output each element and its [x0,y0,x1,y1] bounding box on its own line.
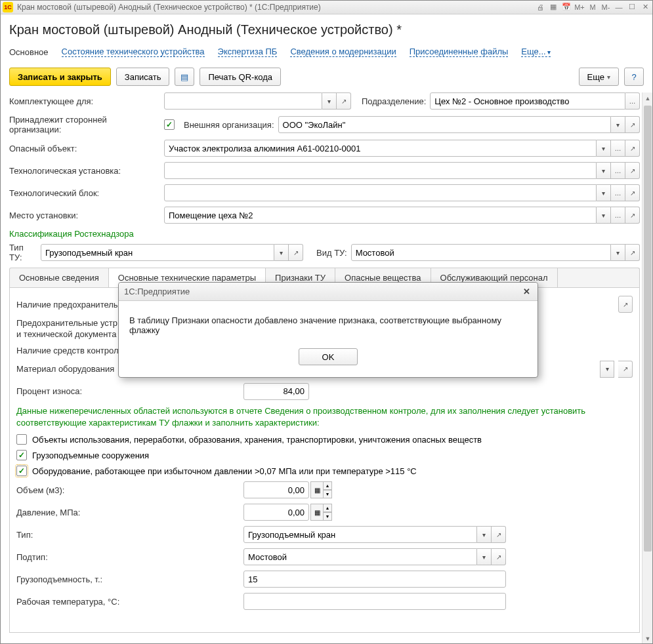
help-button[interactable]: ? [624,68,644,86]
dropdown-icon[interactable]: ▾ [597,140,611,157]
open-icon[interactable]: ↗ [625,184,640,201]
tech-block-label: Технологический блок: [9,188,160,198]
ext-org-label: Внешняя организация: [184,120,274,130]
open-icon[interactable]: ↗ [625,207,640,224]
capacity-input[interactable]: 15 [243,571,506,588]
tab-modern[interactable]: Сведения о модернизации [290,47,396,57]
dropdown-icon[interactable]: ▾ [597,162,611,179]
calc-icon[interactable]: ▦ [310,481,324,498]
place-input[interactable]: Помещение цеха №2 [164,207,597,224]
vol-input[interactable]: 0,00 [243,481,309,498]
tab-attached[interactable]: Присоединенные файлы [410,47,509,57]
class-header: Классификация Ростехнадзора [9,229,640,239]
dropdown-icon[interactable]: ▾ [611,244,625,261]
open-icon[interactable]: ↗ [337,92,351,110]
ellipsis-icon[interactable]: … [611,140,625,157]
vid-tu-input[interactable]: Мостовой [351,244,611,261]
chk-pressure-label: Оборудование, работающее при избыточном … [32,466,417,476]
tip-tu-input[interactable]: Грузоподъемный кран [41,244,274,261]
maximize-icon[interactable]: ☐ [627,2,637,12]
open-icon[interactable]: ↗ [492,548,506,565]
dialog-title: 1С:Предприятие [124,287,520,296]
ellipsis-icon[interactable]: … [611,184,625,201]
open-icon[interactable]: ↗ [625,162,640,179]
division-input[interactable]: Цех №2 - Основное производство [430,92,625,110]
belongs-ext-checkbox[interactable] [164,119,175,130]
dialog-ok-button[interactable]: OK [299,348,358,365]
spin-down-icon[interactable]: ▼ [323,490,332,498]
scroll-up-icon[interactable]: ▲ [642,92,653,104]
chk-pressure[interactable] [16,466,27,476]
open-icon[interactable]: ↗ [625,140,640,157]
subtype-label: Подтип: [16,552,240,562]
dropdown-icon[interactable]: ▾ [322,92,337,110]
capacity-label: Грузоподъемность, т.: [16,574,240,584]
open-icon[interactable]: ↗ [625,244,640,261]
calendar-icon[interactable]: 📅 [561,2,572,12]
list-icon-button[interactable]: ▤ [175,68,194,86]
page-title: Кран мостовой (штыревой) Анодный (Технич… [9,22,644,37]
ellipsis-icon[interactable]: … [611,207,625,224]
scroll-thumb[interactable] [644,106,652,552]
tech-block-input[interactable] [164,184,597,201]
spin-up-icon[interactable]: ▲ [323,481,332,490]
type-input[interactable]: Грузоподъемный кран [243,526,477,543]
tab-more[interactable]: Еще... [521,47,551,57]
danger-obj-label: Опасный объект: [9,144,160,153]
pressure-input[interactable]: 0,00 [243,504,309,521]
tab-expertise[interactable]: Экспертиза ПБ [218,47,278,57]
subtype-input[interactable]: Мостовой [243,548,477,565]
mplus-icon[interactable]: M+ [574,2,585,12]
print-qr-button[interactable]: Печать QR-кода [200,68,281,86]
dropdown-icon[interactable]: ▾ [597,184,611,201]
dropdown-icon[interactable]: ▾ [597,207,611,224]
m-icon[interactable]: M [587,2,598,12]
ellipsis-icon[interactable]: … [625,92,640,110]
print-icon[interactable]: 🖨 [535,2,545,12]
complect-input[interactable] [164,92,322,110]
dialog-close-icon[interactable]: ✕ [520,286,532,298]
ellipsis-icon[interactable]: … [611,162,625,179]
app-logo: 1C [3,2,13,12]
tip-tu-label: Тип ТУ: [9,243,37,262]
open-icon[interactable]: ↗ [625,116,640,133]
tab-status[interactable]: Состояние технического устройства [62,47,205,57]
dropdown-icon[interactable]: ▾ [600,361,614,378]
chk-lifting[interactable] [16,450,27,460]
dropdown-icon[interactable]: ▾ [477,526,492,543]
mminus-icon[interactable]: M- [600,2,611,12]
pressure-label: Давление, МПа: [16,508,240,517]
tab-main[interactable]: Основное [9,47,49,57]
belongs-ext-label: Принадлежит сторонней организации: [9,115,160,134]
type-label: Тип: [16,530,240,540]
vid-tu-label: Вид ТУ: [316,248,347,258]
spin-down-icon[interactable]: ▼ [323,512,332,521]
spin-up-icon[interactable]: ▲ [323,504,332,512]
open-icon[interactable]: ↗ [289,244,303,261]
calc-icon[interactable]: ▦ [310,504,324,521]
calculator-icon[interactable]: ▦ [548,2,558,12]
subtab-main-info[interactable]: Основные сведения [10,268,109,287]
save-button[interactable]: Записать [116,68,170,86]
danger-obj-input[interactable]: Участок электролиза алюминия А61-00210-0… [164,140,597,157]
open-icon[interactable]: ↗ [492,526,506,543]
ext-org-input[interactable]: ООО "ЭкоЛайн" [278,116,611,133]
close-icon[interactable]: ✕ [640,2,650,12]
dropdown-icon[interactable]: ▾ [611,116,625,133]
chk-objects[interactable] [16,434,27,445]
more-button[interactable]: Еще [579,68,619,86]
open-icon[interactable]: ↗ [618,296,633,313]
division-label: Подразделение: [362,96,426,106]
wear-input[interactable]: 84,00 [243,383,309,400]
vertical-scrollbar[interactable]: ▲ ▼ [642,92,653,644]
scroll-down-icon[interactable]: ▼ [642,633,653,644]
minimize-icon[interactable]: — [614,2,624,12]
green-note: Данные нижеперечисленных областей исполь… [16,405,633,429]
save-close-button[interactable]: Записать и закрыть [9,68,111,86]
work-temp-input[interactable] [243,593,506,610]
tech-install-input[interactable] [164,162,597,179]
dropdown-icon[interactable]: ▾ [477,548,492,565]
open-icon[interactable]: ↗ [618,361,633,378]
dropdown-icon[interactable]: ▾ [274,244,289,261]
toolbar: Записать и закрыть Записать ▤ Печать QR-… [9,68,644,86]
